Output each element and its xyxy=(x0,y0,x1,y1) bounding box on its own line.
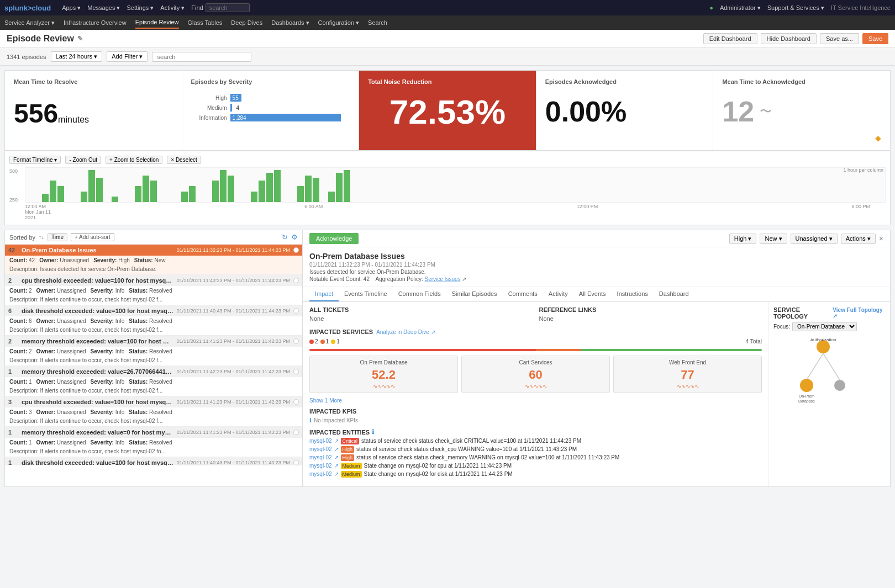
entity-link[interactable]: mysql-02 xyxy=(309,438,332,444)
rp-tab-dashboard[interactable]: Dashboard xyxy=(654,287,694,301)
entity-desc: status of service check status check_dis… xyxy=(361,438,581,444)
entity-severity: High xyxy=(341,446,355,453)
save-as-button[interactable]: Save as... xyxy=(820,33,859,44)
episode-row[interactable]: 42 On-Prem Database Issues 01/11/2021 11… xyxy=(5,245,302,275)
episode-row[interactable]: 2 memory threshold exceeded: value=100 f… xyxy=(5,336,302,366)
rp-episode-meta: Notable Event Count: 42 Aggregation Poli… xyxy=(309,276,883,282)
severity-dropdown[interactable]: High ▾ xyxy=(729,234,757,244)
info-icon: ℹ xyxy=(309,417,312,424)
secnav-search[interactable]: Search xyxy=(368,17,387,28)
topnav-messages[interactable]: Messages ▾ xyxy=(87,4,120,12)
svc-card-value: 77 xyxy=(617,368,758,382)
rp-tab-all-events[interactable]: All Events xyxy=(573,287,612,301)
actions-dropdown[interactable]: Actions ▾ xyxy=(841,234,876,244)
ep-detail: Count: 2 Owner: Unassigned Severity: Inf… xyxy=(5,286,302,295)
sort-time-btn[interactable]: Time xyxy=(48,233,67,241)
rp-tab-instructions[interactable]: Instructions xyxy=(612,287,654,301)
view-full-topology-link[interactable]: View Full Topology ↗ xyxy=(833,307,886,319)
settings-icon[interactable]: ⚙ xyxy=(291,233,298,241)
episode-row[interactable]: 2 cpu threshold exceeded: value=100 for … xyxy=(5,275,302,305)
topnav-activity[interactable]: Activity ▾ xyxy=(160,4,185,12)
focus-select[interactable]: On-Prem Database xyxy=(792,322,857,331)
entity-link[interactable]: mysql-02 xyxy=(309,454,332,460)
episode-row[interactable]: 1 memory threshold exceeded: value=0 for… xyxy=(5,427,302,457)
aggregation-link[interactable]: Service Issues xyxy=(424,276,460,282)
bar-label-info: Information xyxy=(191,115,227,121)
secnav-service-analyzer[interactable]: Service Analyzer ▾ xyxy=(4,17,55,29)
topology-title: SERVICE TOPOLOGY xyxy=(773,306,833,320)
impacted-entities: IMPACTED ENTITIES ℹ mysql-02 ↗ Critical … xyxy=(309,428,762,478)
secnav-episode-review[interactable]: Episode Review xyxy=(135,17,179,29)
entity-link[interactable]: mysql-02 xyxy=(309,471,332,477)
secnav-config[interactable]: Configuration ▾ xyxy=(318,17,360,29)
status-dropdown[interactable]: New ▾ xyxy=(760,234,787,244)
kpi-episodes-acked: Episodes Acknowledged 0.00% xyxy=(536,71,714,150)
rp-tab-impact[interactable]: Impact xyxy=(309,287,339,301)
topnav-apps[interactable]: Apps ▾ xyxy=(62,4,81,12)
search-input[interactable] xyxy=(152,52,251,62)
time-range-button[interactable]: Last 24 hours ▾ xyxy=(51,51,103,62)
app-logo: splunk>cloud xyxy=(4,4,51,12)
entity-link-icon[interactable]: ↗ xyxy=(334,471,339,477)
left-panel: Sorted by ↑↓ Time + Add sub-sort ↻ ⚙ 42 … xyxy=(4,230,303,487)
entity-link[interactable]: mysql-02 xyxy=(309,446,332,452)
svg-line-2 xyxy=(823,353,840,380)
episode-row[interactable]: 1 memory threshold exceeded: value=26.70… xyxy=(5,366,302,396)
entity-link[interactable]: mysql-02 xyxy=(309,463,332,469)
episode-row[interactable]: 3 cpu threshold exceeded: value=100 for … xyxy=(5,396,302,427)
topology-svg: Authorization On-Prem Database xyxy=(773,336,873,413)
secnav-infra[interactable]: Infrastructure Overview xyxy=(64,17,127,28)
owner-dropdown[interactable]: Unassigned ▾ xyxy=(791,234,838,244)
page-title-text: Episode Review xyxy=(7,34,74,44)
entity-link-icon[interactable]: ↗ xyxy=(334,438,339,444)
save-button[interactable]: Save xyxy=(862,33,888,44)
edit-dashboard-button[interactable]: Edit Dashboard xyxy=(703,33,757,44)
ep-num: 1 xyxy=(8,459,18,465)
rp-tab-similar-episodes[interactable]: Similar Episodes xyxy=(446,287,503,301)
show-more-link[interactable]: Show 1 More xyxy=(309,398,762,404)
refresh-icon[interactable]: ↻ xyxy=(282,233,288,241)
secnav-dashboards[interactable]: Dashboards ▾ xyxy=(271,17,309,29)
analyze-link[interactable]: Analyze in Deep Dive ↗ xyxy=(376,329,435,335)
rp-tab-activity[interactable]: Activity xyxy=(543,287,573,301)
timeline-bar xyxy=(259,181,265,202)
page-header-actions: Edit Dashboard Hide Dashboard Save as...… xyxy=(703,33,888,44)
hide-dashboard-button[interactable]: Hide Dashboard xyxy=(761,33,817,44)
secondary-nav: Service Analyzer ▾ Infrastructure Overvi… xyxy=(0,15,895,30)
entity-link-icon[interactable]: ↗ xyxy=(334,463,339,469)
impact-left: ALL TICKETS None REFERENCE LINKS None IM… xyxy=(303,302,768,486)
format-timeline-btn[interactable]: Format Timeline ▾ xyxy=(9,156,61,164)
add-filter-button[interactable]: Add Filter ▾ xyxy=(107,51,148,62)
bar-row-info: Information 1,284 xyxy=(191,114,350,121)
page-edit-icon[interactable]: ✎ xyxy=(77,35,83,43)
filter-bar: 1341 episodes Last 24 hours ▾ Add Filter… xyxy=(0,48,895,66)
close-button[interactable]: × xyxy=(879,234,883,244)
add-sub-sort-btn[interactable]: + Add sub-sort xyxy=(71,233,114,241)
ep-time: 01/11/2021 11:43:23 PM - 01/11/2021 11:4… xyxy=(177,278,290,283)
timeline-bars[interactable] xyxy=(25,167,886,203)
entity-link-icon[interactable]: ↗ xyxy=(334,454,339,460)
rp-tab-events-timeline[interactable]: Events Timeline xyxy=(339,287,393,301)
dot-orange xyxy=(320,340,325,344)
topnav-support[interactable]: Support & Services ▾ xyxy=(767,4,824,12)
zoom-out-btn[interactable]: - Zoom Out xyxy=(65,156,101,164)
topnav-admin[interactable]: Administrator ▾ xyxy=(720,4,761,12)
rp-tab-common-fields[interactable]: Common Fields xyxy=(393,287,446,301)
pb-orange xyxy=(536,349,581,351)
impacted-services-header: IMPACTED SERVICES Analyze in Deep Dive ↗ xyxy=(309,329,762,335)
rp-tab-comments[interactable]: Comments xyxy=(503,287,543,301)
find-input[interactable] xyxy=(206,3,250,12)
episode-row[interactable]: 6 disk threshold exceeded: value=100 for… xyxy=(5,305,302,336)
entity-link-icon[interactable]: ↗ xyxy=(334,446,339,452)
episode-row[interactable]: 1 disk threshold exceeded: value=100 for… xyxy=(5,457,302,465)
secnav-glass[interactable]: Glass Tables xyxy=(188,17,223,28)
timeline-bar xyxy=(328,192,335,202)
secnav-deep-dives[interactable]: Deep Dives xyxy=(231,17,262,28)
timeline-bar xyxy=(50,181,56,202)
all-tickets-label: ALL TICKETS xyxy=(309,306,533,313)
zoom-selection-btn[interactable]: + Zoom to Selection xyxy=(106,156,162,164)
acknowledge-button[interactable]: Acknowledge xyxy=(309,233,359,244)
topnav-settings[interactable]: Settings ▾ xyxy=(127,4,154,12)
bar-row-medium: Medium 4 xyxy=(191,104,350,112)
deselect-btn[interactable]: × Deselect xyxy=(167,156,201,164)
